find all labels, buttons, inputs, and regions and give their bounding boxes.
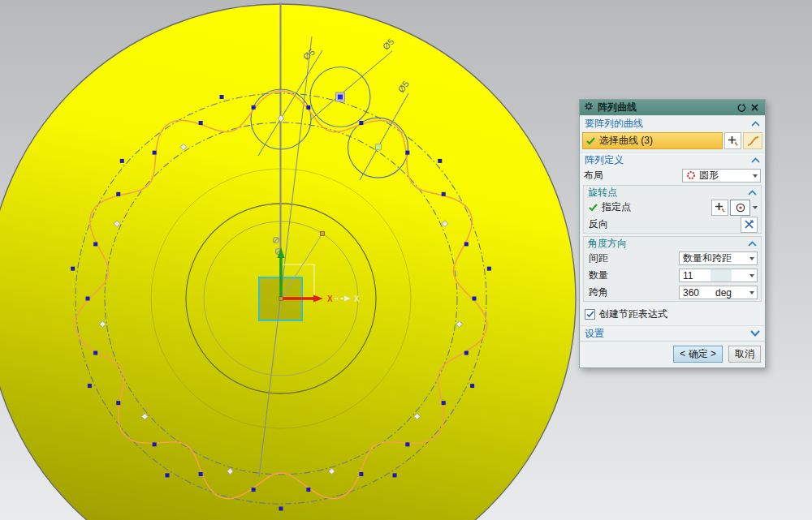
sketch-point[interactable]	[86, 297, 90, 301]
datum-x-label: X	[354, 294, 360, 303]
cancel-button[interactable]: 取消	[728, 346, 761, 363]
sketch-point[interactable]	[93, 351, 97, 355]
sketch-point[interactable]	[359, 121, 363, 125]
settings-section-title: 设置	[585, 327, 604, 341]
layout-select[interactable]: 圆形	[682, 169, 761, 183]
dropdown-arrow-icon	[749, 257, 754, 263]
sketch-point[interactable]	[88, 384, 92, 388]
sketch-point[interactable]	[199, 472, 203, 476]
sketch-point[interactable]	[393, 473, 397, 477]
sketch-point[interactable]	[93, 242, 97, 246]
pitch-expression-checkbox[interactable]	[585, 309, 595, 320]
curve-rule-button[interactable]	[743, 132, 762, 149]
angle-direction-title: 角度方向	[588, 237, 627, 251]
definition-section-header[interactable]: 阵列定义	[580, 152, 765, 167]
sketch-point[interactable]	[470, 384, 474, 388]
sketch-point[interactable]	[359, 472, 363, 476]
curve-icon	[747, 135, 759, 147]
collapse-chevron-icon[interactable]	[748, 187, 757, 198]
sketch-point[interactable]	[464, 351, 469, 355]
highlighted-point[interactable]	[376, 144, 382, 150]
sketch-point[interactable]	[487, 267, 491, 271]
sketch-point[interactable]	[165, 473, 169, 477]
sketch-point[interactable]	[153, 151, 157, 155]
spacing-label: 间距	[589, 251, 608, 265]
sketch-point[interactable]	[116, 192, 120, 196]
collapse-chevron-icon[interactable]	[751, 118, 760, 129]
pitch-expression-label: 创建节距表达式	[599, 307, 667, 321]
sketch-point[interactable]	[71, 267, 75, 271]
pattern-curve-dialog: 阵列曲线 要阵列的曲线 选择曲线 (3) 阵列定义 布局 圆形	[579, 99, 766, 368]
spacing-select[interactable]: 数量和跨距	[679, 251, 758, 265]
ok-button[interactable]: < 确定 >	[673, 346, 723, 363]
angle-direction-header[interactable]: 角度方向	[584, 237, 761, 250]
point-on-circle-icon	[735, 202, 746, 213]
sketch-point[interactable]	[405, 442, 409, 446]
point-type-dropdown-icon[interactable]	[753, 206, 758, 212]
reverse-direction-button[interactable]	[741, 217, 758, 233]
select-curve-label: 选择曲线 (3)	[599, 134, 653, 148]
count-label: 数量	[589, 269, 608, 282]
reverse-label: 反向	[589, 217, 608, 231]
settings-section-header[interactable]: 设置	[580, 325, 765, 341]
rotation-point-group: 旋转点 指定点 反向	[583, 185, 762, 234]
sketch-point[interactable]	[220, 95, 224, 99]
expression-field-shade	[710, 269, 732, 281]
dialog-title: 阵列曲线	[598, 101, 735, 114]
dropdown-arrow-icon	[749, 274, 754, 280]
sketch-point[interactable]	[438, 159, 442, 163]
reset-button[interactable]	[735, 101, 748, 114]
inferred-point-button[interactable]	[730, 200, 750, 216]
circular-layout-icon	[686, 170, 696, 180]
count-value: 11	[683, 270, 693, 281]
spacing-value: 数量和跨距	[683, 251, 732, 265]
point-dialog-button[interactable]	[724, 132, 741, 149]
span-angle-label: 跨角	[589, 286, 608, 299]
sketch-point[interactable]	[252, 488, 256, 492]
close-button[interactable]	[748, 101, 761, 114]
curves-section-title: 要阵列的曲线	[585, 117, 643, 131]
sketch-point[interactable]	[120, 159, 124, 163]
expand-chevron-icon[interactable]	[750, 328, 760, 339]
angle-direction-group: 角度方向 间距 数量和跨距 数量 11 跨角 360 deg	[583, 236, 762, 302]
span-angle-input[interactable]: 360 deg	[679, 286, 758, 299]
rotation-point-marker[interactable]	[321, 232, 325, 236]
select-curve-bar[interactable]: 选择曲线 (3)	[582, 132, 723, 149]
sketch-point[interactable]	[153, 442, 157, 446]
sketch-point[interactable]	[442, 401, 446, 405]
sketch-point[interactable]	[279, 507, 283, 511]
check-icon	[586, 137, 595, 145]
definition-section-title: 阵列定义	[585, 153, 624, 167]
count-input[interactable]: 11	[679, 269, 758, 282]
unit-dropdown-icon[interactable]	[749, 291, 754, 297]
collapse-chevron-icon[interactable]	[751, 154, 760, 165]
sketch-point[interactable]	[442, 192, 446, 196]
selected-sketch-point[interactable]	[338, 94, 343, 99]
sketch-point[interactable]	[306, 488, 310, 492]
plus-dots-icon	[728, 135, 738, 146]
rotation-point-title: 旋转点	[588, 186, 617, 200]
span-angle-unit: deg	[715, 287, 732, 299]
sketch-point[interactable]	[464, 242, 469, 246]
curves-section-header[interactable]: 要阵列的曲线	[580, 115, 765, 131]
rotation-point-header[interactable]: 旋转点	[584, 186, 761, 199]
checkbox-check-icon	[586, 311, 594, 318]
close-icon	[750, 103, 759, 112]
origin-point-marker[interactable]	[279, 297, 283, 301]
sketch-point[interactable]	[473, 297, 477, 301]
point-constructor-button[interactable]	[711, 200, 728, 216]
sketch-point[interactable]	[306, 105, 310, 110]
sketch-point[interactable]	[405, 151, 409, 155]
sketch-point[interactable]	[252, 105, 256, 110]
sketch-point[interactable]	[199, 121, 203, 125]
x-axis-label: X	[327, 294, 333, 303]
dialog-titlebar[interactable]: 阵列曲线	[580, 100, 765, 115]
reverse-direction-icon	[744, 219, 754, 230]
gear-icon	[584, 101, 594, 114]
sketch-point[interactable]	[116, 401, 120, 405]
collapse-chevron-icon[interactable]	[748, 238, 757, 249]
specify-point-label: 指定点	[602, 200, 631, 214]
reset-icon	[736, 103, 746, 113]
span-angle-value: 360	[683, 287, 699, 299]
layout-value: 圆形	[699, 169, 719, 183]
